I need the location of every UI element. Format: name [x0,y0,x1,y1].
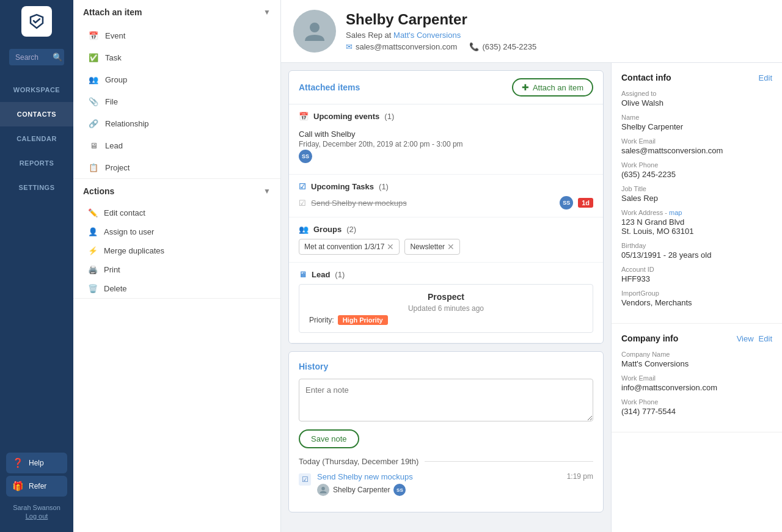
work-phone-field: Work Phone (635) 245-2235 [621,161,772,179]
history-date-header: Today (Thursday, December 19th) [299,457,593,466]
history-date-line [425,461,593,462]
history-card: History Save note Today (Thursday, Decem… [288,351,604,512]
printer-icon: 🖨️ [88,265,98,274]
sidebar-item-reports[interactable]: REPORTS [0,151,73,175]
user-plus-icon: 👤 [88,227,98,236]
app-logo[interactable] [21,6,52,37]
trash-icon: 🗑️ [88,284,98,293]
groups-header: 👥 Groups (2) [299,225,593,234]
panel-item-group[interactable]: 👥 Group [73,68,280,90]
map-link[interactable]: map [669,209,682,216]
name-label: Name [621,114,772,121]
lead-card[interactable]: Prospect Updated 6 minutes ago Priority:… [299,284,593,333]
panel-item-file-label: File [105,97,118,106]
panel-item-relationship[interactable]: 🔗 Relationship [73,112,280,134]
task-badge-ss: SS [560,196,573,210]
action-delete[interactable]: 🗑️ Delete [73,279,280,298]
event-item: Call with Shelby Friday, December 20th, … [299,126,593,167]
clipboard-icon: 📋 [88,162,99,173]
panel-item-project[interactable]: 📋 Project [73,156,280,178]
company-link[interactable]: Matt's Conversions [393,31,461,40]
attached-items-header: Attached items ✚ Attach an item [289,71,603,104]
panel-item-lead[interactable]: 🖥 Lead [73,134,280,156]
action-edit[interactable]: ✏️ Edit contact [73,203,280,222]
upcoming-tasks-label: Upcoming Tasks [311,182,374,191]
action-merge[interactable]: ⚡ Merge duplicates [73,241,280,260]
upcoming-events-count: (1) [384,112,394,121]
group-tag-label-0: Met at convention 1/3/17 [304,242,384,251]
panel-item-task[interactable]: ✅ Task [73,46,280,68]
account-id-field: Account ID HFF933 [621,266,772,283]
action-print-label: Print [104,265,120,274]
attached-items-card: Attached items ✚ Attach an item 📅 Upcomi… [288,70,604,344]
phone-value: (635) 245-2235 [482,42,536,51]
search-input[interactable] [15,53,49,62]
profile-role: Sales Rep at Matt's Conversions [346,31,770,40]
refer-button[interactable]: 🎁 Refer [6,476,67,497]
history-note-input[interactable] [299,379,593,421]
company-info-title: Company info [621,333,678,343]
action-print[interactable]: 🖨️ Print [73,260,280,279]
sidebar-item-calendar[interactable]: CALENDAR [0,126,73,151]
actions-section: Actions ▼ ✏️ Edit contact 👤 Assign to us… [73,179,280,299]
actions-header[interactable]: Actions ▼ [73,179,280,203]
link-icon: 🔗 [88,118,99,129]
group-tag-label-1: Newsletter [410,242,445,251]
search-box[interactable]: 🔍 [9,49,64,65]
work-phone-label: Work Phone [621,161,772,169]
attach-title: Attach an item [83,7,142,17]
upcoming-tasks-count: (1) [379,182,389,191]
save-note-button[interactable]: Save note [299,429,359,448]
profile-header: Shelby Carpenter Sales Rep at Matt's Con… [281,0,782,63]
account-id-label: Account ID [621,266,772,273]
lead-section: 🖥 Lead (1) Prospect Updated 6 minutes ag… [289,263,603,343]
paperclip-icon: 📎 [88,96,99,107]
panel-item-task-label: Task [105,53,122,62]
history-entry-link-0[interactable]: Send Shelby new mockups [317,472,413,481]
lead-section-icon: 🖥 [299,270,307,279]
group-tag-0[interactable]: Met at convention 1/3/17 ✕ [299,239,400,255]
help-button[interactable]: ❓ Help [6,453,67,473]
svg-point-0 [310,23,320,32]
panel-item-file[interactable]: 📎 File [73,90,280,112]
attach-chevron-icon: ▼ [263,8,271,16]
logout-link[interactable]: Log out [0,512,73,526]
action-merge-label: Merge duplicates [104,246,164,255]
import-group-label: ImportGroup [621,290,772,297]
company-edit-link[interactable]: Edit [759,334,772,343]
sidebar-item-contacts[interactable]: CONTACTS [0,102,73,126]
group-remove-icon-1[interactable]: ✕ [447,242,455,252]
search-icon: 🔍 [53,53,62,62]
group-tag-1[interactable]: Newsletter ✕ [404,239,460,255]
contact-info-title: Contact info [621,73,671,82]
job-title-field: Job Title Sales Rep [621,185,772,203]
avatar [293,10,336,53]
panel-item-event[interactable]: 📅 Event [73,24,280,46]
event-badge: SS [299,150,312,163]
contact-info-section: Contact info Edit Assigned to Olive Wals… [612,63,782,324]
panel-item-event-label: Event [105,31,125,40]
work-email-field: Work Email sales@mattsconversion.com [621,137,772,155]
right-panel: Contact info Edit Assigned to Olive Wals… [611,63,782,532]
group-remove-icon-0[interactable]: ✕ [387,242,394,252]
birthday-label: Birthday [621,242,772,249]
event-title: Call with Shelby [299,129,593,139]
sidebar-item-workspace[interactable]: WORKSPACE [0,78,73,102]
attach-item-button[interactable]: ✚ Attach an item [512,78,593,97]
work-email-value: sales@mattsconversion.com [621,146,772,155]
role-text: Sales Rep at [346,31,391,40]
upcoming-events-header: 📅 Upcoming events (1) [299,112,593,121]
history-entry-0: ☑ Send Shelby new mockups Shelby Carpent… [299,472,593,496]
contact-info-edit-link[interactable]: Edit [759,73,772,82]
profile-info: Shelby Carpenter Sales Rep at Matt's Con… [346,11,770,51]
sidebar-item-settings[interactable]: SETTINGS [0,175,73,200]
lead-card-updated: Updated 6 minutes ago [309,304,583,313]
email-contact: ✉ sales@mattsconversion.com [346,42,457,51]
name-value: Shelby Carpenter [621,122,772,131]
attach-header[interactable]: Attach an item ▼ [73,0,280,24]
attach-item-label: Attach an item [533,83,583,92]
company-view-link[interactable]: View [737,334,754,343]
address-line1: 123 N Grand Blvd [621,217,772,227]
group-tags: Met at convention 1/3/17 ✕ Newsletter ✕ [299,239,593,255]
action-assign[interactable]: 👤 Assign to user [73,222,280,241]
